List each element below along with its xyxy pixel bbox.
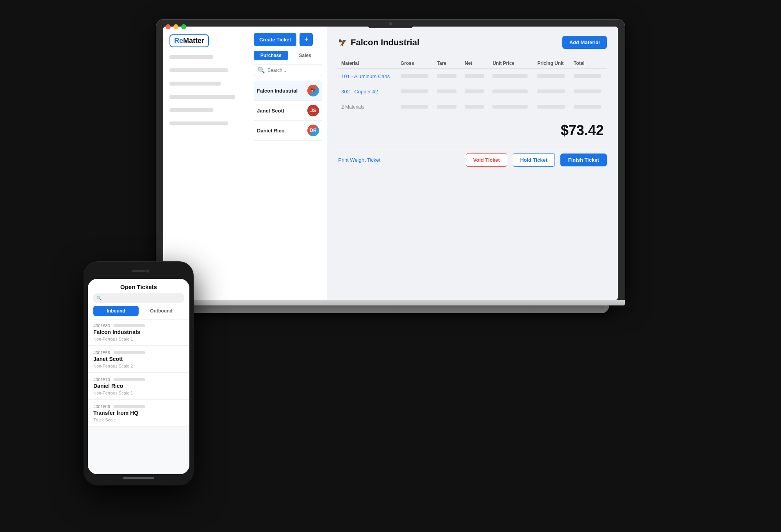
total-amount: $73.42 xyxy=(338,114,607,146)
table-row: 2 Materials xyxy=(338,99,607,114)
company-name: Falcon Industrial xyxy=(351,37,419,48)
ticket-item-name: Falcon Industrial xyxy=(257,88,307,94)
gross-summary xyxy=(401,105,428,109)
material-name-link-1[interactable]: 101 - Aluminum Cans xyxy=(341,73,390,79)
col-net: Net xyxy=(462,58,489,69)
finish-ticket-button[interactable]: Finish Ticket xyxy=(560,154,607,166)
logo: ReMatter xyxy=(169,34,243,47)
create-ticket-button[interactable]: Create Ticket xyxy=(254,33,296,46)
app-sidebar: ReMatter xyxy=(163,27,249,300)
logo-matter: Matter xyxy=(183,37,204,45)
phone-ticket-name: Janet Scott xyxy=(93,356,184,362)
total-summary xyxy=(574,105,601,109)
ticket-list-item[interactable]: Janet Scott JS xyxy=(254,101,322,121)
company-name-row: 🦅 Falcon Industrial xyxy=(338,37,419,48)
table-row: 101 - Aluminum Cans xyxy=(338,69,607,84)
avatar: 🦅 xyxy=(307,85,319,96)
phone-ticket-item-3[interactable]: #001570 Daniel Rico Non-Ferrous Scale 1 xyxy=(88,373,189,400)
pricing-unit-value-2 xyxy=(537,89,565,93)
pricing-unit-summary xyxy=(537,105,565,109)
laptop-screen: ReMatter xyxy=(163,27,618,300)
sidebar-nav-item-5[interactable] xyxy=(169,108,213,112)
scene: ReMatter xyxy=(0,0,781,532)
phone-ticket-scale: Truck Scale xyxy=(93,418,184,422)
phone-search-input[interactable] xyxy=(104,295,181,301)
sidebar-nav-item-2[interactable] xyxy=(169,68,228,72)
col-total: Total xyxy=(571,58,607,69)
phone-tabs: Inbound Outbound xyxy=(93,306,184,316)
phone-search-icon: 🔍 xyxy=(96,296,102,301)
search-icon: 🔍 xyxy=(257,66,265,74)
phone-ticket-number: #001683 xyxy=(93,323,184,328)
logo-text: ReMatter xyxy=(174,37,204,45)
tare-summary xyxy=(437,105,456,109)
detail-content: 🦅 Falcon Industrial Add Material Materia… xyxy=(327,27,618,300)
net-value-2 xyxy=(465,89,484,93)
ticket-num-placeholder xyxy=(114,405,145,408)
ticket-num-placeholder xyxy=(114,378,145,381)
logo-re: Re xyxy=(174,37,183,45)
phone-tab-inbound[interactable]: Inbound xyxy=(93,306,139,316)
phone-header: Open Tickets 🔍 Inbound Outbound xyxy=(88,279,189,320)
phone-speaker xyxy=(132,270,146,272)
sidebar-nav-item-3[interactable] xyxy=(169,82,221,86)
phone-ticket-scale: Non-Ferrous Scale 1 xyxy=(93,391,184,395)
phone-notch xyxy=(121,267,156,276)
ticket-num-placeholder xyxy=(114,351,145,354)
traffic-lights xyxy=(166,24,186,29)
total-value-2 xyxy=(574,89,601,93)
void-ticket-button[interactable]: Void Ticket xyxy=(466,153,507,167)
tab-purchase[interactable]: Purchase xyxy=(254,51,288,60)
gross-value-2 xyxy=(401,89,428,93)
ticket-item-name: Janet Scott xyxy=(257,108,307,114)
phone-ticket-name: Daniel Rico xyxy=(93,383,184,389)
phone-ticket-item-2[interactable]: #001556 Janet Scott Non-Ferrous Scale 2 xyxy=(88,346,189,373)
laptop-base xyxy=(156,300,625,305)
close-button-dot[interactable] xyxy=(166,24,171,29)
minimize-button-dot[interactable] xyxy=(173,24,178,29)
phone-ticket-scale: Non-Ferrous Scale 2 xyxy=(93,364,184,368)
ticket-actions: Create Ticket + xyxy=(254,33,322,46)
ticket-search-box[interactable]: 🔍 xyxy=(254,64,322,76)
ticket-type-tabs: Purchase Sales xyxy=(254,51,322,60)
laptop: ReMatter xyxy=(156,20,625,313)
main-panel: Create Ticket + Purchase Sales 🔍 xyxy=(249,27,618,300)
add-ticket-button[interactable]: + xyxy=(300,33,313,46)
falcon-icon: 🦅 xyxy=(310,88,316,93)
ticket-list-panel: Create Ticket + Purchase Sales 🔍 xyxy=(249,27,327,300)
sidebar-nav-item-6[interactable] xyxy=(169,121,228,125)
ticket-list-item[interactable]: Falcon Industrial 🦅 xyxy=(254,81,322,101)
laptop-notch xyxy=(367,20,414,28)
print-weight-ticket-button[interactable]: Print Weight Ticket xyxy=(338,157,380,163)
phone-ticket-number: #001606 xyxy=(93,404,184,409)
table-row: 302 - Copper #2 xyxy=(338,84,607,99)
avatar: JS xyxy=(307,105,319,116)
tab-sales[interactable]: Sales xyxy=(288,51,323,60)
ticket-num-placeholder xyxy=(114,324,145,327)
phone-ticket-item-1[interactable]: #001683 Falcon Industrials Non-Ferrous S… xyxy=(88,320,189,346)
hold-ticket-button[interactable]: Hold Ticket xyxy=(513,153,555,167)
ticket-list-item[interactable]: Daniel Rico DR xyxy=(254,121,322,141)
sidebar-nav-item-1[interactable] xyxy=(169,55,213,59)
action-buttons: Print Weight Ticket Void Ticket Hold Tic… xyxy=(338,146,607,167)
phone-search-box[interactable]: 🔍 xyxy=(93,293,184,303)
laptop-frame: ReMatter xyxy=(156,20,625,300)
avatar-image: JS xyxy=(307,105,319,116)
phone: Open Tickets 🔍 Inbound Outbound #001683 xyxy=(84,262,193,485)
phone-tab-outbound[interactable]: Outbound xyxy=(139,306,184,316)
phone-ticket-scale: Non-Ferrous Scale 1 xyxy=(93,337,184,341)
unit-price-summary xyxy=(492,105,528,109)
avatar-image: 🦅 xyxy=(307,85,319,96)
material-name-link-2[interactable]: 302 - Copper #2 xyxy=(341,89,378,95)
ticket-search-input[interactable] xyxy=(267,68,319,73)
add-material-button[interactable]: Add Material xyxy=(562,36,607,49)
sidebar-nav-item-4[interactable] xyxy=(169,95,235,99)
unit-price-value-1 xyxy=(492,74,528,78)
col-material: Material xyxy=(338,58,398,69)
maximize-button-dot[interactable] xyxy=(181,24,186,29)
phone-ticket-item-4[interactable]: #001606 Transfer from HQ Truck Scale xyxy=(88,400,189,427)
col-gross: Gross xyxy=(398,58,434,69)
logo-box: ReMatter xyxy=(169,34,209,47)
net-summary xyxy=(465,105,484,109)
home-indicator[interactable] xyxy=(123,477,154,479)
